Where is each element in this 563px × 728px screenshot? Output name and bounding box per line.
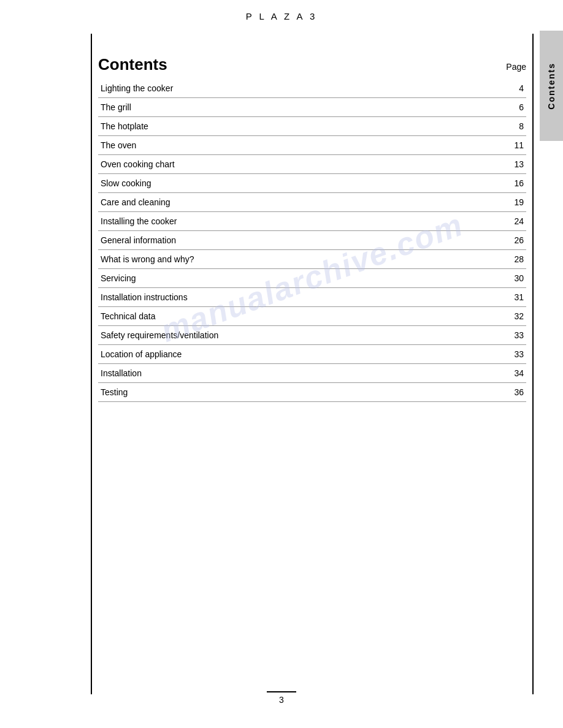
contents-heading: Contents (98, 55, 167, 74)
toc-item-page: 6 (462, 98, 526, 117)
table-row: Installing the cooker24 (98, 212, 526, 231)
toc-item-title: General information (98, 231, 462, 250)
table-row: Installation34 (98, 364, 526, 383)
main-content: Contents Page Lighting the cooker4The gr… (98, 55, 526, 402)
table-row: Care and cleaning19 (98, 193, 526, 212)
contents-header: Contents Page (98, 55, 526, 78)
toc-item-page: 16 (462, 174, 526, 193)
toc-item-page: 11 (462, 136, 526, 155)
toc-item-page: 31 (462, 288, 526, 307)
side-tab: Contents (540, 31, 563, 141)
toc-item-title: The oven (98, 136, 462, 155)
table-row: Location of appliance33 (98, 345, 526, 364)
toc-item-title: What is wrong and why? (98, 250, 462, 269)
table-row: Slow cooking16 (98, 174, 526, 193)
toc-item-title: The hotplate (98, 117, 462, 136)
toc-item-page: 26 (462, 231, 526, 250)
page-footer: 3 (0, 691, 563, 705)
left-border-line (91, 34, 92, 694)
toc-item-page: 4 (462, 79, 526, 98)
toc-item-title: Installing the cooker (98, 212, 462, 231)
toc-item-page: 33 (462, 326, 526, 345)
toc-item-title: Oven cooking chart (98, 155, 462, 174)
table-row: Safety requirements/ventilation33 (98, 326, 526, 345)
right-border-line (532, 34, 534, 694)
page-column-label: Page (506, 62, 526, 72)
table-row: Servicing30 (98, 269, 526, 288)
toc-item-page: 34 (462, 364, 526, 383)
toc-item-title: Location of appliance (98, 345, 462, 364)
toc-item-title: Installation (98, 364, 462, 383)
toc-item-title: Lighting the cooker (98, 79, 462, 98)
toc-item-page: 13 (462, 155, 526, 174)
toc-item-page: 19 (462, 193, 526, 212)
footer-line (267, 691, 296, 692)
page-title: P L A Z A 3 (0, 0, 563, 28)
toc-item-title: Technical data (98, 307, 462, 326)
table-row: The grill6 (98, 98, 526, 117)
toc-item-page: 8 (462, 117, 526, 136)
toc-item-page: 33 (462, 345, 526, 364)
toc-item-title: Servicing (98, 269, 462, 288)
toc-item-page: 30 (462, 269, 526, 288)
toc-item-page: 28 (462, 250, 526, 269)
table-row: What is wrong and why?28 (98, 250, 526, 269)
toc-item-title: Installation instructions (98, 288, 462, 307)
toc-item-title: Safety requirements/ventilation (98, 326, 462, 345)
table-row: Testing36 (98, 383, 526, 402)
toc-item-title: Testing (98, 383, 462, 402)
toc-item-page: 36 (462, 383, 526, 402)
table-row: Oven cooking chart13 (98, 155, 526, 174)
footer-page-number: 3 (0, 695, 563, 705)
table-row: Installation instructions31 (98, 288, 526, 307)
table-row: Technical data32 (98, 307, 526, 326)
table-row: The hotplate8 (98, 117, 526, 136)
table-row: General information26 (98, 231, 526, 250)
toc-item-title: Care and cleaning (98, 193, 462, 212)
side-tab-label: Contents (546, 63, 556, 110)
table-row: The oven11 (98, 136, 526, 155)
table-row: Lighting the cooker4 (98, 79, 526, 98)
toc-item-page: 24 (462, 212, 526, 231)
toc-table: Lighting the cooker4The grill6The hotpla… (98, 79, 526, 402)
toc-item-title: Slow cooking (98, 174, 462, 193)
toc-item-page: 32 (462, 307, 526, 326)
toc-item-title: The grill (98, 98, 462, 117)
